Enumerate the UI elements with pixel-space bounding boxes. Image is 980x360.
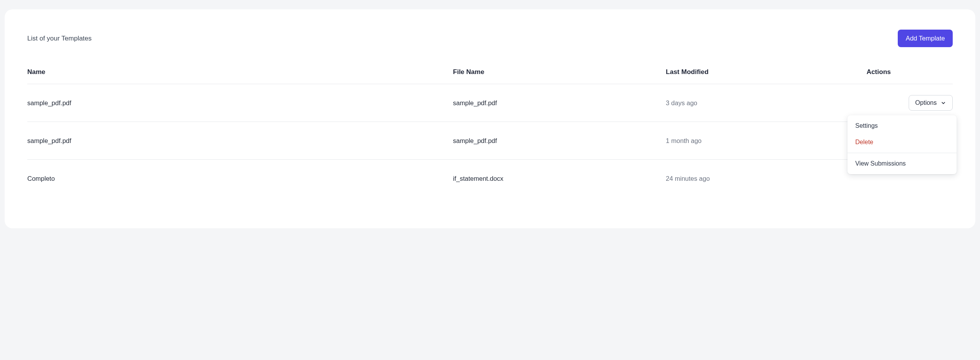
page-title: List of your Templates	[27, 35, 92, 42]
cell-modified: 24 minutes ago	[666, 160, 805, 198]
table-row: sample_pdf.pdf sample_pdf.pdf 3 days ago…	[27, 84, 953, 122]
table-row: Completo if_statement.docx 24 minutes ag…	[27, 160, 953, 198]
dropdown-section: View Submissions	[847, 153, 957, 174]
cell-modified: 1 month ago	[666, 122, 805, 160]
table-row: sample_pdf.pdf sample_pdf.pdf 1 month ag…	[27, 122, 953, 160]
templates-table: Name File Name Last Modified Actions sam…	[27, 68, 953, 197]
cell-name: Completo	[27, 160, 453, 198]
cell-name: sample_pdf.pdf	[27, 84, 453, 122]
chevron-down-icon	[941, 100, 946, 106]
cell-name: sample_pdf.pdf	[27, 122, 453, 160]
col-header-file: File Name	[453, 68, 666, 84]
options-button[interactable]: Options	[909, 95, 953, 111]
dropdown-item-delete[interactable]: Delete	[847, 134, 957, 150]
dropdown-item-settings[interactable]: Settings	[847, 118, 957, 134]
cell-file: sample_pdf.pdf	[453, 122, 666, 160]
cell-modified: 3 days ago	[666, 84, 805, 122]
col-header-name: Name	[27, 68, 453, 84]
header-row: List of your Templates Add Template	[27, 30, 953, 47]
options-dropdown: Settings Delete View Submissions	[847, 115, 957, 174]
col-header-modified: Last Modified	[666, 68, 805, 84]
add-template-button[interactable]: Add Template	[898, 30, 953, 47]
cell-file: sample_pdf.pdf	[453, 84, 666, 122]
dropdown-item-view-submissions[interactable]: View Submissions	[847, 155, 957, 172]
options-label: Options	[915, 99, 937, 106]
cell-file: if_statement.docx	[453, 160, 666, 198]
templates-card: List of your Templates Add Template Name…	[5, 9, 975, 228]
dropdown-section: Settings Delete	[847, 115, 957, 153]
col-header-actions: Actions	[805, 68, 953, 84]
table-header-row: Name File Name Last Modified Actions	[27, 68, 953, 84]
